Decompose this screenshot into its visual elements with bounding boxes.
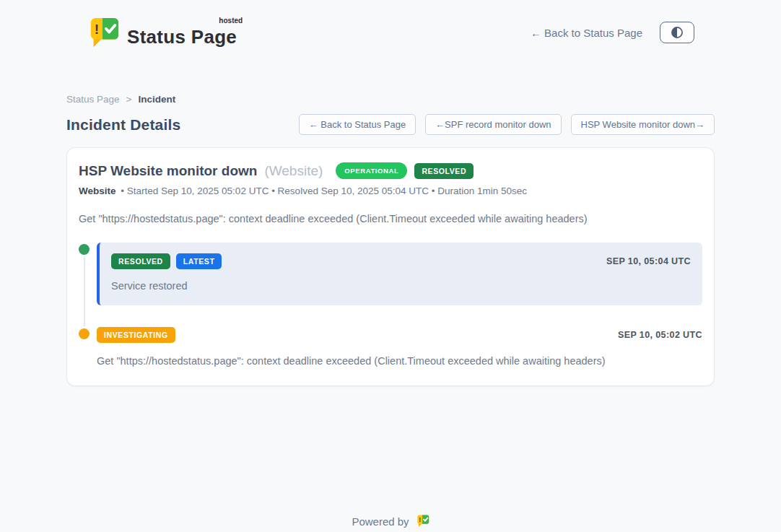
breadcrumb-current: Incident (138, 94, 175, 105)
timeline-latest-panel: RESOLVED LATEST SEP 10, 05:04 UTC Servic… (97, 243, 702, 305)
resolved-badge: RESOLVED (111, 253, 170, 269)
main-content: Status Page > Incident Incident Details … (66, 94, 715, 386)
timeline-item: RESOLVED LATEST SEP 10, 05:04 UTC Servic… (79, 243, 702, 305)
operational-status-badge: OPERATIONAL (336, 162, 407, 179)
back-to-status-page-button[interactable]: ← Back to Status Page (299, 114, 416, 135)
incident-meta-component: Website (79, 186, 116, 196)
next-incident-button[interactable]: HSP Website monitor down→ (571, 114, 715, 135)
incident-meta-details: • Started Sep 10, 2025 05:02 UTC • Resol… (121, 186, 527, 196)
half-circle-icon (670, 25, 684, 40)
timeline-item: INVESTIGATING SEP 10, 05:02 UTC Get "htt… (79, 327, 702, 367)
incident-timeline: RESOLVED LATEST SEP 10, 05:04 UTC Servic… (79, 243, 702, 367)
latest-badge: LATEST (176, 253, 222, 269)
statuspage-logo-icon: ! (87, 17, 120, 48)
incident-card: HSP Website monitor down (Website) OPERA… (66, 147, 715, 386)
svg-text:!: ! (419, 516, 421, 523)
timeline-dot-resolved (79, 244, 90, 255)
breadcrumb: Status Page > Incident (66, 94, 715, 105)
resolved-status-badge: RESOLVED (414, 163, 474, 179)
back-to-status-page-link[interactable]: ← Back to Status Page (531, 27, 642, 39)
timeline-message: Service restored (111, 280, 691, 292)
breadcrumb-separator-icon: > (126, 94, 132, 105)
top-header: ! Status Page hosted ← Back to Status Pa… (0, 0, 781, 53)
incident-component: (Website) (264, 163, 323, 179)
svg-text:!: ! (95, 22, 99, 37)
breadcrumb-status-page[interactable]: Status Page (66, 94, 120, 105)
incident-description: Get "https://hostedstatus.page": context… (79, 213, 702, 224)
powered-by-label: Powered by (352, 515, 409, 528)
app-logo[interactable]: ! Status Page hosted (87, 17, 237, 48)
statuspage-logo-icon: ! (416, 515, 429, 528)
timeline-timestamp: SEP 10, 05:04 UTC (606, 256, 691, 266)
incident-nav-buttons: ← Back to Status Page ←SPF record monito… (299, 114, 715, 135)
incident-meta: Website • Started Sep 10, 2025 05:02 UTC… (79, 186, 702, 196)
timeline-connector-line (84, 255, 85, 330)
prev-incident-button[interactable]: ←SPF record monitor down (425, 114, 561, 135)
incident-title: HSP Website monitor down (79, 163, 257, 179)
page-footer: Powered by ! © 2025-10-08 14:10:34.77208… (0, 515, 781, 532)
brand-name: Status Page (127, 26, 237, 48)
timeline-message: Get "https://hostedstatus.page": context… (97, 355, 702, 367)
timeline-dot-investigating (79, 328, 90, 339)
investigating-badge: INVESTIGATING (97, 327, 175, 343)
theme-toggle-button[interactable] (660, 22, 694, 43)
timeline-timestamp: SEP 10, 05:02 UTC (618, 330, 702, 340)
brand-superscript: hosted (219, 17, 243, 25)
powered-by-link[interactable]: Powered by ! (352, 515, 429, 528)
page-title: Incident Details (66, 116, 180, 134)
